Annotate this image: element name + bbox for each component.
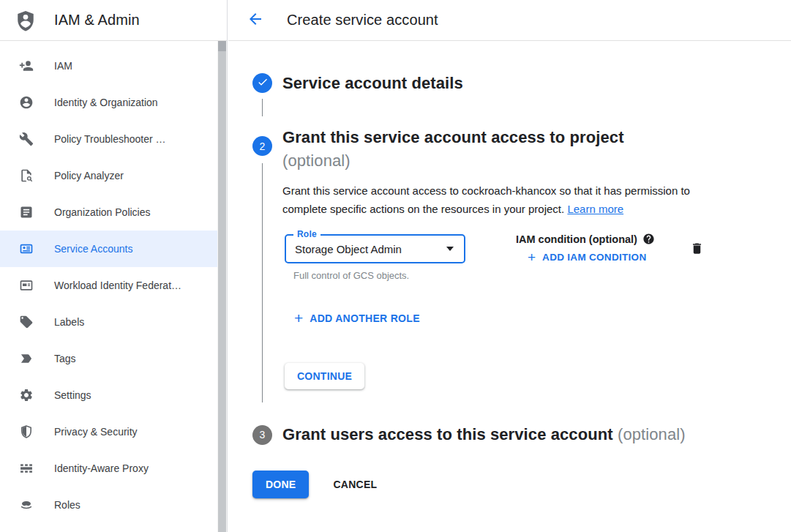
step-2-optional-label: (optional)	[282, 151, 350, 170]
sidebar-nav: IAM Identity & Organization Policy Troub…	[0, 41, 218, 523]
plus-icon: +	[294, 311, 303, 325]
sidebar-item-label: Tags	[54, 353, 76, 364]
step-connector	[262, 163, 263, 402]
label-important-icon	[18, 350, 35, 367]
sidebar-item-policy-troubleshooter[interactable]: Policy Troubleshooter …	[0, 121, 218, 157]
sidebar: IAM & Admin IAM Identity & Organization …	[0, 0, 228, 532]
step-2-rail: 2	[252, 126, 272, 408]
step-2-number: 2	[260, 141, 266, 152]
sidebar-item-identity-aware-proxy[interactable]: Identity-Aware Proxy	[0, 450, 218, 487]
page-title: Create service account	[287, 12, 438, 29]
card-icon	[18, 277, 35, 294]
dropdown-arrow-icon	[446, 247, 454, 251]
sidebar-item-label: Policy Troubleshooter …	[54, 133, 166, 145]
sidebar-header: IAM & Admin	[0, 0, 227, 41]
shield-half-icon	[18, 423, 35, 441]
step-connector	[262, 99, 263, 116]
scrollbar-thumb[interactable]	[218, 41, 226, 532]
document-search-icon	[18, 167, 35, 184]
sidebar-item-policy-analyzer[interactable]: Policy Analyzer	[0, 157, 218, 194]
step-3-rail: 3	[252, 425, 272, 445]
article-icon	[18, 203, 35, 221]
step-3-title: Grant users access to this service accou…	[282, 423, 686, 446]
sidebar-scrollbar[interactable]	[217, 41, 227, 532]
step-3-optional-label: (optional)	[618, 425, 686, 443]
step-service-account-details: Service account details	[252, 73, 791, 122]
help-icon	[642, 233, 655, 245]
role-selected-value: Storage Object Admin	[295, 243, 402, 255]
step-1-title: Service account details	[282, 73, 463, 93]
role-row: Role Storage Object Admin Full control o…	[282, 234, 719, 281]
shield-person-icon	[15, 10, 37, 31]
continue-button[interactable]: CONTINUE	[285, 363, 364, 389]
price-tag-icon	[18, 313, 35, 331]
account-circle-icon	[18, 94, 35, 111]
sidebar-item-service-accounts[interactable]: Service Accounts	[0, 231, 218, 267]
person-add-icon	[18, 57, 35, 75]
arrow-left-icon	[247, 10, 264, 30]
step-2-title: Grant this service account access to pro…	[282, 126, 719, 173]
gear-icon	[18, 386, 35, 404]
sidebar-item-label: Organization Policies	[54, 206, 151, 218]
delete-role-button[interactable]	[690, 241, 704, 258]
step-3-indicator[interactable]: 3	[252, 425, 272, 445]
step-3-number: 3	[260, 429, 266, 441]
step-1-rail	[252, 73, 272, 122]
proxy-icon	[18, 460, 35, 477]
step-grant-access: 2 Grant this service account access to p…	[252, 126, 791, 408]
sidebar-item-label: Privacy & Security	[54, 426, 138, 438]
sidebar-item-label: Labels	[54, 316, 84, 328]
trash-icon	[690, 247, 704, 258]
sidebar-item-privacy-security[interactable]: Privacy & Security	[0, 413, 218, 450]
back-button[interactable]	[247, 12, 264, 29]
sidebar-item-label: Settings	[54, 389, 91, 401]
sidebar-item-roles[interactable]: Roles	[0, 487, 218, 523]
step-1-indicator[interactable]	[252, 73, 272, 93]
role-field-wrap: Role Storage Object Admin Full control o…	[282, 234, 465, 281]
add-iam-condition-button[interactable]: + ADD IAM CONDITION	[528, 250, 646, 264]
iam-admin-page: IAM & Admin IAM Identity & Organization …	[0, 0, 791, 532]
role-helper-text: Full control of GCS objects.	[293, 270, 465, 281]
product-title: IAM & Admin	[54, 12, 140, 29]
hat-icon	[18, 496, 35, 514]
sidebar-item-label: Roles	[54, 499, 80, 511]
sidebar-item-label: Policy Analyzer	[54, 170, 124, 181]
sidebar-item-label: Identity-Aware Proxy	[54, 462, 149, 474]
step-grant-users-access: 3 Grant users access to this service acc…	[252, 423, 791, 446]
iam-condition-label: IAM condition (optional)	[516, 233, 637, 245]
sidebar-item-settings[interactable]: Settings	[0, 377, 218, 413]
sidebar-item-label: Identity & Organization	[54, 97, 158, 108]
check-icon	[257, 76, 269, 90]
wrench-icon	[18, 130, 35, 148]
plus-icon: +	[528, 250, 536, 264]
main-panel: Create service account Service account d…	[228, 0, 791, 532]
form-actions: DONE CANCEL	[252, 471, 791, 498]
sidebar-item-tags[interactable]: Tags	[0, 340, 218, 377]
sidebar-item-iam[interactable]: IAM	[0, 48, 218, 84]
add-another-role-button[interactable]: + ADD ANOTHER ROLE	[294, 311, 420, 325]
done-button[interactable]: DONE	[252, 471, 309, 498]
create-service-account-form: Service account details 2 Grant this ser…	[228, 41, 791, 498]
sidebar-item-workload-identity-federation[interactable]: Workload Identity Federat…	[0, 267, 218, 304]
step-2-description: Grant this service account access to coc…	[282, 181, 719, 218]
service-account-icon	[18, 240, 35, 258]
iam-condition-section: IAM condition (optional) + ADD IAM CONDI…	[516, 233, 655, 264]
step-2-indicator[interactable]: 2	[252, 136, 272, 156]
sidebar-item-label: Service Accounts	[54, 243, 132, 255]
sidebar-item-organization-policies[interactable]: Organization Policies	[0, 194, 218, 231]
main-header: Create service account	[228, 0, 791, 41]
learn-more-link[interactable]: Learn more	[567, 203, 623, 215]
role-field-label: Role	[293, 229, 320, 239]
sidebar-item-label: IAM	[54, 60, 72, 72]
cancel-button[interactable]: CANCEL	[333, 479, 377, 490]
sidebar-item-identity-organization[interactable]: Identity & Organization	[0, 84, 218, 121]
sidebar-item-label: Workload Identity Federat…	[54, 280, 181, 291]
role-select[interactable]: Role Storage Object Admin	[285, 234, 465, 263]
sidebar-item-labels[interactable]: Labels	[0, 304, 218, 340]
help-button[interactable]	[642, 233, 655, 245]
